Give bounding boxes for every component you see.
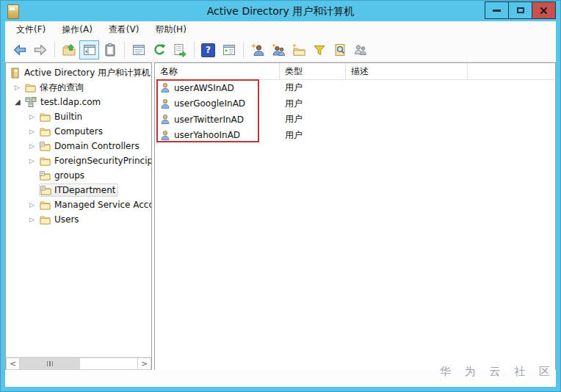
tree-item-label: Users — [54, 214, 79, 225]
user-name: userTwitterInAD — [174, 115, 244, 125]
show-window-button[interactable] — [219, 40, 239, 59]
up-one-level-button[interactable] — [59, 40, 79, 59]
back-icon — [12, 43, 27, 57]
tree-item-label: Active Directory 用户和计算机 — [24, 67, 151, 79]
chevron-right-icon[interactable]: ▷ — [29, 197, 40, 212]
tree-item-root[interactable]: Active Directory 用户和计算机 — [6, 65, 151, 80]
chevron-right-icon[interactable]: ▷ — [15, 80, 25, 95]
tree-item-builtin[interactable]: ▷ Builtin — [6, 109, 151, 124]
object-type: 用户 — [285, 129, 303, 142]
new-user-icon — [250, 43, 265, 57]
forward-icon — [33, 43, 48, 57]
new-user-button[interactable] — [247, 40, 267, 59]
tree-item-label: 保存的查询 — [40, 81, 84, 94]
tree-item-domain-controllers[interactable]: ▷ Domain Controllers — [6, 139, 151, 153]
organizational-unit-icon — [40, 186, 51, 195]
toolbar-separator — [124, 42, 125, 58]
folder-icon — [40, 127, 51, 137]
watermark: 华 为 云 社 区 — [440, 365, 555, 379]
export-list-button[interactable] — [170, 40, 189, 59]
tree-item-label: Computers — [54, 126, 103, 137]
close-button[interactable] — [532, 1, 556, 19]
new-group-icon — [271, 43, 286, 57]
chevron-right-icon[interactable]: ▷ — [29, 153, 40, 168]
title-bar[interactable]: Active Directory 用户和计算机 — [1, 1, 560, 21]
properties-window-button[interactable] — [129, 40, 148, 59]
user-name: userGoogleInAD — [174, 98, 245, 109]
folder-icon — [40, 200, 51, 210]
tree-item-users[interactable]: ▷ Users — [6, 212, 151, 227]
tree-item-computers[interactable]: ▷ Computers — [6, 124, 151, 139]
aduc-window: Active Directory 用户和计算机 文件(F) 操作(A) 查看(V… — [0, 0, 561, 392]
filter-button[interactable] — [309, 40, 329, 59]
tree-item-groups[interactable]: groups — [6, 168, 151, 183]
scroll-right-button[interactable]: > — [137, 357, 151, 370]
tree-item-label: test.ldap.com — [40, 97, 101, 107]
show-hide-console-tree-button[interactable] — [79, 40, 99, 59]
tree-item-domain[interactable]: ◢ test.ldap.com — [6, 95, 151, 109]
properties-button[interactable] — [100, 40, 120, 59]
chevron-right-icon[interactable]: ▷ — [29, 139, 40, 153]
tree-item-itdepartment[interactable]: ITDepartment — [6, 183, 151, 197]
tree-item-label: Managed Service Accounts — [54, 200, 151, 210]
properties-window-icon — [131, 43, 146, 57]
up-one-level-icon — [62, 43, 76, 57]
members-button[interactable] — [350, 40, 370, 59]
forward-button[interactable] — [30, 40, 50, 59]
column-header-spacer — [468, 63, 555, 79]
scroll-track[interactable] — [20, 357, 137, 370]
chevron-right-icon[interactable]: ▷ — [29, 212, 40, 227]
refresh-icon — [152, 43, 167, 57]
tree-item-foreign-security-principals[interactable]: ▷ ForeignSecurityPrincipals — [6, 153, 151, 168]
chevron-expanded-icon[interactable]: ◢ — [15, 95, 25, 109]
find-button[interactable] — [330, 40, 350, 59]
column-header-label: 名称 — [160, 65, 178, 78]
scroll-left-button[interactable]: < — [6, 357, 20, 370]
clipboard-icon — [103, 43, 117, 57]
menu-file[interactable]: 文件(F) — [8, 21, 54, 38]
new-organizational-unit-button[interactable] — [289, 40, 308, 59]
minimize-button[interactable] — [485, 1, 509, 19]
organizational-unit-icon — [40, 171, 51, 181]
column-header-label: 类型 — [285, 65, 303, 78]
tree-item-saved-queries[interactable]: ▷ 保存的查询 — [6, 80, 151, 95]
user-icon — [160, 82, 171, 93]
column-header-description[interactable]: 描述 — [346, 63, 468, 79]
refresh-button[interactable] — [149, 40, 169, 59]
console-window-icon — [222, 43, 236, 57]
menu-action[interactable]: 操作(A) — [54, 21, 101, 38]
user-name: userAWSInAD — [174, 83, 234, 93]
object-list-pane: 名称 类型 描述 userAWSInAD 用户 — [154, 62, 556, 371]
maximize-button[interactable] — [508, 1, 532, 19]
console-root-icon — [10, 68, 21, 79]
back-button[interactable] — [10, 40, 29, 59]
tree-item-managed-service-accounts[interactable]: ▷ Managed Service Accounts — [6, 197, 151, 212]
menu-view[interactable]: 查看(V) — [101, 21, 148, 38]
user-icon — [160, 130, 171, 141]
chevron-right-icon[interactable]: ▷ — [29, 124, 40, 139]
tree-horizontal-scrollbar: < > — [6, 357, 151, 370]
object-type: 用户 — [285, 113, 303, 126]
folder-icon — [40, 112, 51, 122]
scroll-thumb[interactable] — [20, 358, 80, 369]
help-button[interactable]: ? — [198, 40, 218, 59]
window-controls — [485, 1, 556, 19]
folder-icon — [25, 83, 36, 92]
user-icon — [160, 98, 171, 109]
tree-item-label: Builtin — [54, 112, 82, 122]
organizational-unit-icon — [40, 142, 51, 151]
menu-help[interactable]: 帮助(H) — [147, 21, 194, 38]
maximize-icon — [517, 7, 524, 13]
user-name: userYahooInAD — [174, 130, 240, 140]
tree-item-label: groups — [54, 170, 84, 181]
folder-icon — [40, 215, 51, 225]
chevron-right-icon[interactable]: ▷ — [29, 109, 40, 124]
column-header-type[interactable]: 类型 — [280, 63, 346, 79]
table-row-user-aws[interactable]: userAWSInAD 用户 — [155, 80, 555, 96]
column-header-name[interactable]: 名称 — [155, 63, 280, 79]
table-row-user-twitter[interactable]: userTwitterInAD 用户 — [155, 112, 555, 128]
table-row-user-yahoo[interactable]: userYahooInAD 用户 — [155, 128, 555, 144]
new-group-button[interactable] — [268, 40, 288, 59]
new-organizational-unit-icon — [292, 43, 306, 57]
table-row-user-google[interactable]: userGoogleInAD 用户 — [155, 96, 555, 112]
